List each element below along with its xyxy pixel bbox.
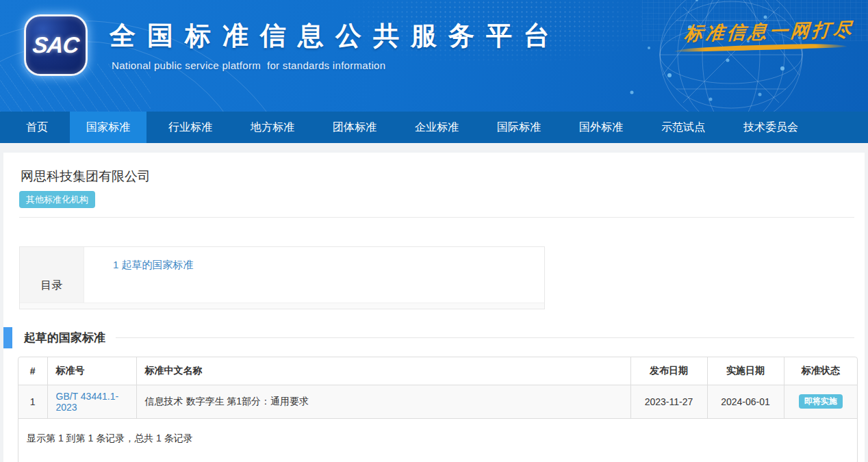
toc-label: 目录 [20, 247, 84, 309]
toc-scrollbar[interactable] [20, 303, 544, 309]
standards-table: # 标准号 标准中文名称 发布日期 实施日期 标准状态 1 GB/T 43441… [18, 357, 857, 419]
sac-logo-text: SAC [31, 32, 80, 58]
cell-chinese-name: 信息技术 数字孪生 第1部分：通用要求 [136, 385, 630, 418]
organization-name: 网思科技集团有限公司 [21, 168, 854, 185]
table-row: 1 GB/T 43441.1-2023 信息技术 数字孪生 第1部分：通用要求 … [18, 385, 857, 418]
page-background: 网思科技集团有限公司 其他标准化机构 目录 1 起草的国家标准 起草的国家标准 … [0, 143, 868, 462]
nav-item-enterprise-standards[interactable]: 企业标准 [398, 112, 475, 143]
slogan-text: 标准信息一网打尽 [684, 17, 856, 47]
col-header-publish-date: 发布日期 [630, 357, 707, 385]
status-badge: 即将实施 [799, 394, 843, 409]
nav-item-home[interactable]: 首页 [10, 112, 64, 143]
cell-publish-date: 2023-11-27 [630, 385, 707, 418]
organization-type-badge: 其他标准化机构 [19, 191, 95, 208]
section-title: 起草的国家标准 [24, 330, 105, 346]
nav-item-foreign-standards[interactable]: 国外标准 [563, 112, 639, 143]
cell-implement-date: 2024-06-01 [707, 385, 784, 418]
col-header-chinese-name: 标准中文名称 [136, 357, 630, 385]
section-header: 起草的国家标准 [17, 330, 854, 346]
main-nav: 首页 国家标准 行业标准 地方标准 团体标准 企业标准 国际标准 国外标准 示范… [0, 112, 868, 143]
col-header-standard-no: 标准号 [47, 357, 136, 385]
sac-logo[interactable]: SAC [24, 14, 88, 76]
nav-item-international-standards[interactable]: 国际标准 [481, 112, 557, 143]
standard-number-link[interactable]: GB/T 43441.1-2023 [56, 391, 119, 413]
nav-item-industry-standards[interactable]: 行业标准 [152, 112, 229, 143]
cell-index: 1 [18, 385, 47, 418]
nav-item-pilot-demonstration[interactable]: 示范试点 [645, 112, 722, 143]
cell-standard-no: GB/T 43441.1-2023 [47, 385, 136, 418]
site-subtitle: National public service platform for sta… [112, 60, 561, 71]
nav-item-technical-committee[interactable]: 技术委员会 [727, 112, 815, 143]
site-header: SAC 全国标准信息公共服务平台 National public service… [0, 0, 868, 112]
content-card: 网思科技集团有限公司 其他标准化机构 目录 1 起草的国家标准 起草的国家标准 … [3, 153, 865, 462]
toc-link-drafted-national-standards[interactable]: 1 起草的国家标准 [113, 259, 194, 270]
nav-item-group-standards[interactable]: 团体标准 [316, 112, 393, 143]
col-header-status: 标准状态 [784, 357, 857, 385]
nav-item-national-standards[interactable]: 国家标准 [70, 112, 146, 143]
cell-status: 即将实施 [784, 385, 857, 418]
nav-item-local-standards[interactable]: 地方标准 [234, 112, 311, 143]
toc-body: 1 起草的国家标准 [84, 247, 544, 309]
divider [19, 217, 854, 218]
standards-table-container: # 标准号 标准中文名称 发布日期 实施日期 标准状态 1 GB/T 43441… [18, 357, 858, 462]
site-title-block: 全国标准信息公共服务平台 National public service pla… [110, 18, 561, 71]
col-header-index: # [18, 357, 47, 385]
toc-panel: 目录 1 起草的国家标准 [19, 246, 545, 309]
globe-icon [608, 0, 841, 112]
section-marker [3, 327, 12, 348]
col-header-implement-date: 实施日期 [707, 357, 784, 385]
section-rule [116, 337, 854, 338]
table-record-summary: 显示第 1 到第 1 条记录，总共 1 条记录 [18, 419, 857, 462]
site-title: 全国标准信息公共服务平台 [110, 18, 561, 53]
table-header-row: # 标准号 标准中文名称 发布日期 实施日期 标准状态 [18, 357, 857, 385]
